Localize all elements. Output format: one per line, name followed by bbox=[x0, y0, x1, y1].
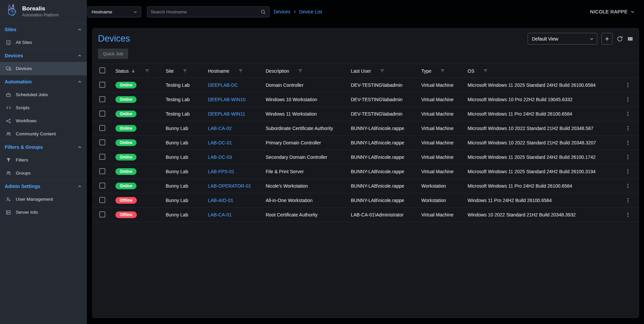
table-row[interactable]: Offline Bunny Lab LAB-CA-01 Root Certifi… bbox=[93, 208, 639, 222]
description-cell: Domain Controller bbox=[266, 82, 351, 88]
breadcrumb-device-list-link[interactable]: Device List bbox=[299, 9, 322, 14]
sidebar-item-devices[interactable]: Devices bbox=[0, 62, 87, 75]
refresh-button[interactable] bbox=[616, 36, 623, 42]
filter-icon[interactable] bbox=[440, 68, 445, 74]
row-menu-button[interactable] bbox=[620, 169, 636, 175]
column-header-status[interactable]: Status bbox=[115, 68, 166, 74]
filter-icon[interactable] bbox=[144, 68, 150, 74]
row-checkbox[interactable] bbox=[99, 154, 105, 160]
hostname-link[interactable]: DEEPLAB-WIN10 bbox=[208, 97, 246, 102]
row-menu-button[interactable] bbox=[620, 111, 636, 117]
row-checkbox[interactable] bbox=[99, 125, 105, 131]
sidebar: Borealis Automation Platform Sites All S… bbox=[0, 0, 87, 324]
last-user-cell: BUNNY-LAB\nicole.rappe bbox=[351, 154, 421, 160]
status-badge: Online bbox=[115, 183, 137, 189]
table-row[interactable]: Online Bunny Lab LAB-OPERATOR-01 Nicole'… bbox=[93, 179, 639, 193]
row-checkbox[interactable] bbox=[99, 139, 105, 145]
quick-job-button[interactable]: Quick Job bbox=[98, 49, 128, 59]
row-menu-button[interactable] bbox=[620, 140, 636, 146]
sidebar-section-filters-groups[interactable]: Filters & Groups bbox=[0, 140, 87, 153]
table-row[interactable]: Online Bunny Lab LAB-CA-02 Subordinate C… bbox=[93, 121, 639, 136]
filter-icon[interactable] bbox=[238, 68, 244, 74]
row-checkbox[interactable] bbox=[99, 111, 105, 117]
row-checkbox[interactable] bbox=[99, 197, 105, 203]
sidebar-section-sites[interactable]: Sites bbox=[0, 23, 87, 36]
hostname-link[interactable]: LAB-AIO-01 bbox=[208, 198, 233, 203]
table-row[interactable]: Online Bunny Lab LAB-DC-01 Primary Domai… bbox=[93, 136, 639, 150]
column-header-site[interactable]: Site bbox=[166, 68, 208, 74]
type-cell: Workstation bbox=[421, 183, 468, 189]
column-header-hostname[interactable]: Hostname bbox=[208, 68, 266, 74]
row-menu-button[interactable] bbox=[620, 197, 636, 203]
sidebar-item-workflows[interactable]: Workflows bbox=[0, 114, 87, 127]
sidebar-item-user-management[interactable]: User Management bbox=[0, 193, 87, 206]
sidebar-section-devices[interactable]: Devices bbox=[0, 49, 87, 62]
sidebar-item-label: Groups bbox=[16, 171, 31, 176]
sidebar-item-groups[interactable]: Groups bbox=[0, 167, 87, 180]
table-row[interactable]: Online Bunny Lab LAB-DC-03 Secondary Dom… bbox=[93, 150, 639, 165]
row-checkbox[interactable] bbox=[99, 168, 105, 174]
sidebar-item-filters[interactable]: Filters bbox=[0, 153, 87, 167]
table-row[interactable]: Online Testing Lab DEEPLAB-WIN10 Windows… bbox=[93, 92, 639, 107]
type-cell: Virtual Machine bbox=[421, 140, 468, 145]
row-menu-button[interactable] bbox=[620, 154, 636, 160]
hostname-link[interactable]: LAB-FPS-01 bbox=[208, 169, 234, 174]
filter-icon[interactable] bbox=[379, 68, 385, 74]
sidebar-section-admin-settings[interactable]: Admin Settings bbox=[0, 180, 87, 193]
hostname-link[interactable]: LAB-CA-02 bbox=[208, 126, 232, 131]
site-cell: Bunny Lab bbox=[166, 212, 208, 217]
sidebar-section-automation[interactable]: Automation bbox=[0, 75, 87, 88]
sidebar-item-server-info[interactable]: Server Info bbox=[0, 206, 87, 219]
last-user-cell: BUNNY-LAB\nicole.rappe bbox=[351, 198, 421, 203]
row-checkbox[interactable] bbox=[99, 82, 105, 88]
hostname-link[interactable]: LAB-DC-01 bbox=[208, 140, 232, 145]
table-row[interactable]: Online Testing Lab DEEPLAB-DC Domain Con… bbox=[93, 78, 639, 92]
filter-icon[interactable] bbox=[298, 68, 303, 74]
view-dropdown-value: Default View bbox=[532, 36, 558, 42]
description-cell: Nicole's Workstation bbox=[266, 183, 351, 189]
table-row[interactable]: Offline Bunny Lab LAB-AIO-01 All-in-One … bbox=[93, 193, 639, 208]
topbar: Hostname Devices Device List NICOLE RAPP… bbox=[87, 0, 644, 23]
row-menu-button[interactable] bbox=[620, 125, 636, 131]
sidebar-item-all-sites[interactable]: All Sites bbox=[0, 36, 87, 49]
row-menu-button[interactable] bbox=[620, 82, 636, 88]
row-checkbox[interactable] bbox=[99, 183, 105, 189]
row-menu-button[interactable] bbox=[620, 212, 636, 218]
column-header-os[interactable]: OS bbox=[468, 68, 620, 74]
devices-icon bbox=[5, 66, 11, 71]
sidebar-item-label: Server Info bbox=[16, 210, 38, 215]
breadcrumb-devices-link[interactable]: Devices bbox=[274, 9, 290, 14]
hostname-link[interactable]: LAB-OPERATOR-01 bbox=[208, 183, 251, 189]
hostname-filter-dropdown[interactable]: Hostname bbox=[88, 6, 141, 17]
search-input[interactable] bbox=[151, 9, 260, 14]
view-dropdown[interactable]: Default View bbox=[528, 33, 597, 45]
hostname-link[interactable]: LAB-DC-03 bbox=[208, 154, 232, 160]
table-row[interactable]: Online Testing Lab DEEPLAB-WIN11 Windows… bbox=[93, 107, 639, 121]
hostname-link[interactable]: DEEPLAB-DC bbox=[208, 82, 238, 88]
sidebar-item-community-content[interactable]: Community Content bbox=[0, 127, 87, 140]
filter-icon[interactable] bbox=[483, 68, 488, 74]
row-menu-button[interactable] bbox=[620, 183, 636, 189]
filter-icon[interactable] bbox=[182, 68, 188, 74]
section-label: Admin Settings bbox=[5, 184, 40, 189]
hostname-link[interactable]: DEEPLAB-WIN11 bbox=[208, 111, 245, 117]
sidebar-item-scheduled-jobs[interactable]: Scheduled Jobs bbox=[0, 88, 87, 101]
columns-button[interactable] bbox=[627, 36, 633, 42]
select-all-checkbox[interactable] bbox=[99, 67, 105, 73]
column-header-type[interactable]: Type bbox=[421, 68, 468, 74]
column-header-last-user[interactable]: Last User bbox=[351, 68, 421, 74]
sidebar-item-scripts[interactable]: Scripts bbox=[0, 101, 87, 114]
type-cell: Virtual Machine bbox=[421, 212, 468, 217]
row-checkbox[interactable] bbox=[99, 211, 105, 217]
section-label: Devices bbox=[5, 53, 23, 58]
last-user-cell: BUNNY-LAB\nicole.rappe bbox=[351, 140, 421, 145]
add-view-button[interactable] bbox=[601, 33, 612, 45]
status-badge: Online bbox=[115, 82, 137, 88]
row-checkbox[interactable] bbox=[99, 96, 105, 102]
row-menu-button[interactable] bbox=[620, 96, 636, 103]
table-row[interactable]: Online Bunny Lab LAB-FPS-01 File & Print… bbox=[93, 165, 639, 179]
hostname-link[interactable]: LAB-CA-01 bbox=[208, 212, 232, 217]
column-header-description[interactable]: Description bbox=[266, 68, 351, 74]
last-user-cell: BUNNY-LAB\nicole.rappe bbox=[351, 169, 421, 174]
user-menu[interactable]: NICOLE RAPPE bbox=[590, 9, 635, 14]
